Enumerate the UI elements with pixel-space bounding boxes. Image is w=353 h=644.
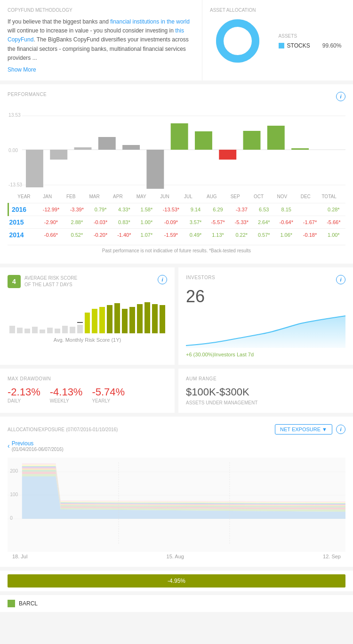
risk-bar-col bbox=[24, 296, 30, 333]
cell-2015-total: -5.66* bbox=[322, 216, 345, 228]
cell-2015-jun: -0.09* bbox=[157, 216, 185, 228]
risk-bar-col-active bbox=[114, 296, 120, 333]
allocation-right: NET EXPOSURE ▼ i bbox=[275, 424, 345, 435]
risk-bar-col-active bbox=[137, 296, 143, 333]
cell-2016-sep: -3.37 bbox=[230, 203, 253, 216]
cell-2016-jun: -13.53* bbox=[157, 203, 185, 216]
risk-bar-col bbox=[62, 296, 68, 333]
month-dec: DEC bbox=[294, 194, 317, 199]
cell-2015-feb: 2.88* bbox=[65, 216, 88, 228]
investors-info-icon[interactable]: i bbox=[336, 275, 345, 284]
risk-bar-col-active bbox=[144, 296, 150, 333]
drawdown-title: MAX DRAWDOWN bbox=[8, 376, 167, 381]
allocation-info-icon[interactable]: i bbox=[336, 425, 345, 434]
x-label-sep: 12. Sep bbox=[323, 554, 341, 559]
svg-rect-14 bbox=[146, 150, 164, 189]
svg-rect-11 bbox=[74, 147, 92, 150]
cell-2014-jan: -0.66* bbox=[37, 228, 65, 241]
risk-bar-col bbox=[55, 296, 60, 333]
cell-2016-apr: 4.33* bbox=[112, 203, 136, 216]
cell-2014-nov: 1.06* bbox=[274, 228, 298, 241]
aum-panel: AUM RANGE $100K-$300K ASSETS UNDER MANAG… bbox=[178, 369, 353, 413]
investors-count: 26 bbox=[186, 287, 345, 306]
cell-2014-oct: 0.57* bbox=[253, 228, 274, 241]
risk-bar-col-active bbox=[85, 296, 90, 333]
svg-rect-20 bbox=[291, 148, 309, 150]
svg-text:0: 0 bbox=[10, 515, 13, 521]
risk-bar-col bbox=[40, 296, 45, 333]
month-sep: SEP bbox=[224, 194, 247, 199]
risk-bar-col-active bbox=[160, 296, 165, 333]
svg-point-2 bbox=[225, 29, 250, 53]
performance-info-icon[interactable]: i bbox=[336, 92, 345, 101]
cell-2015-jul: 3.57* bbox=[185, 216, 206, 228]
allocation-area-chart: 200 100 0 bbox=[8, 458, 345, 552]
month-jun: JUN bbox=[153, 194, 176, 199]
cell-2014-dec: -0.18* bbox=[298, 228, 321, 241]
cell-2016-dec bbox=[298, 203, 321, 216]
risk-bar-col bbox=[9, 296, 15, 333]
drawdown-items: -2.13% DAILY -4.13% WEEKLY -5.74% YEARLY bbox=[8, 386, 167, 403]
risk-bar-col-active bbox=[122, 296, 128, 333]
investors-title: INVESTORS bbox=[186, 275, 215, 280]
previous-text: Previous (01/04/2016-06/07/2016) bbox=[12, 440, 64, 452]
month-mar: MAR bbox=[83, 194, 106, 199]
svg-rect-17 bbox=[219, 150, 236, 160]
risk-info-icon[interactable]: i bbox=[158, 275, 167, 284]
legend-item-stocks: STOCKS 99.60% bbox=[279, 42, 342, 49]
svg-rect-18 bbox=[243, 131, 261, 150]
progress-bar: -4.95% bbox=[8, 574, 345, 588]
barcl-color bbox=[8, 600, 15, 607]
risk-bar-col bbox=[77, 296, 83, 333]
risk-chart-label: Avg. Monthly Risk Score (1Y) bbox=[8, 337, 167, 343]
cell-2014-total: 1.00* bbox=[322, 228, 345, 241]
cell-2014-feb: 0.52* bbox=[65, 228, 88, 241]
cell-2014-jul: 0.49* bbox=[185, 228, 206, 241]
bar-chart: 13.53 0.00 -13.53 bbox=[8, 107, 345, 192]
performance-title: PERFORMANCE bbox=[8, 92, 47, 97]
risk-bar-col bbox=[32, 296, 38, 333]
svg-text:-13.53: -13.53 bbox=[8, 182, 22, 187]
methodology-text: If you believe that the biggest banks an… bbox=[8, 17, 194, 63]
drawdown-yearly-value: -5.74% bbox=[92, 386, 125, 398]
svg-rect-15 bbox=[171, 123, 188, 150]
assets-label: ASSETS bbox=[279, 33, 342, 39]
risk-bar-col-active bbox=[99, 296, 105, 333]
aum-title: AUM RANGE bbox=[186, 376, 345, 381]
svg-rect-12 bbox=[98, 137, 116, 150]
cell-2016-feb: -3.39* bbox=[65, 203, 88, 216]
allocation-header: ALLOCATION/EXPOSURE (07/07/2016-01/10/20… bbox=[8, 424, 345, 435]
year-2015: 2015 bbox=[8, 216, 37, 228]
x-label-aug: 15. Aug bbox=[167, 554, 184, 559]
month-year: YEAR bbox=[12, 194, 36, 199]
previous-link[interactable]: ‹ Previous (01/04/2016-06/07/2016) bbox=[8, 440, 345, 452]
table-row: 2016 -12.99* -3.39* 0.79* 4.33* 1.58* -1… bbox=[8, 203, 346, 216]
drawdown-daily-label: DAILY bbox=[8, 398, 40, 403]
table-row: 2015 -2.90* 2.88* -0.03* 0.83* 1.00* -0.… bbox=[8, 216, 346, 228]
progress-bar-value: -4.95% bbox=[168, 578, 185, 584]
show-more-link[interactable]: Show More bbox=[8, 66, 194, 73]
net-exposure-button[interactable]: NET EXPOSURE ▼ bbox=[275, 424, 332, 435]
cell-2014-sep: 0.22* bbox=[230, 228, 253, 241]
allocation-section: ALLOCATION/EXPOSURE (07/07/2016-01/10/20… bbox=[0, 417, 353, 567]
progress-bar-section: -4.95% bbox=[0, 571, 353, 591]
investors-panel: INVESTORS i 26 +6 (30.00%)Investors Last… bbox=[178, 267, 353, 365]
month-oct: OCT bbox=[247, 194, 271, 199]
methodology-highlight1: financial institutions in the world bbox=[110, 18, 190, 25]
risk-header: 4 AVERAGE RISK SCORE OF THE LAST 7 DAYS … bbox=[8, 275, 167, 288]
cell-2015-mar: -0.03* bbox=[88, 216, 112, 228]
month-apr: APR bbox=[106, 194, 129, 199]
aum-value: $100K-$300K bbox=[186, 386, 345, 398]
performance-table: 2016 -12.99* -3.39* 0.79* 4.33* 1.58* -1… bbox=[8, 203, 345, 241]
cell-2015-aug: -5.57* bbox=[206, 216, 230, 228]
month-jul: JUL bbox=[176, 194, 200, 199]
asset-allocation-title: ASSET ALLOCATION bbox=[210, 8, 345, 13]
svg-rect-10 bbox=[50, 150, 67, 160]
drawdown-yearly-label: YEARLY bbox=[92, 398, 125, 403]
drawdown-panel: MAX DRAWDOWN -2.13% DAILY -4.13% WEEKLY … bbox=[0, 369, 175, 413]
month-labels: YEAR JAN FEB MAR APR MAY JUN JUL AUG SEP… bbox=[8, 194, 345, 199]
risk-bars-chart bbox=[8, 296, 167, 333]
drawdown-weekly: -4.13% WEEKLY bbox=[50, 386, 83, 403]
risk-header-left: 4 AVERAGE RISK SCORE OF THE LAST 7 DAYS bbox=[8, 275, 77, 288]
cell-2014-aug: 1.13* bbox=[206, 228, 230, 241]
